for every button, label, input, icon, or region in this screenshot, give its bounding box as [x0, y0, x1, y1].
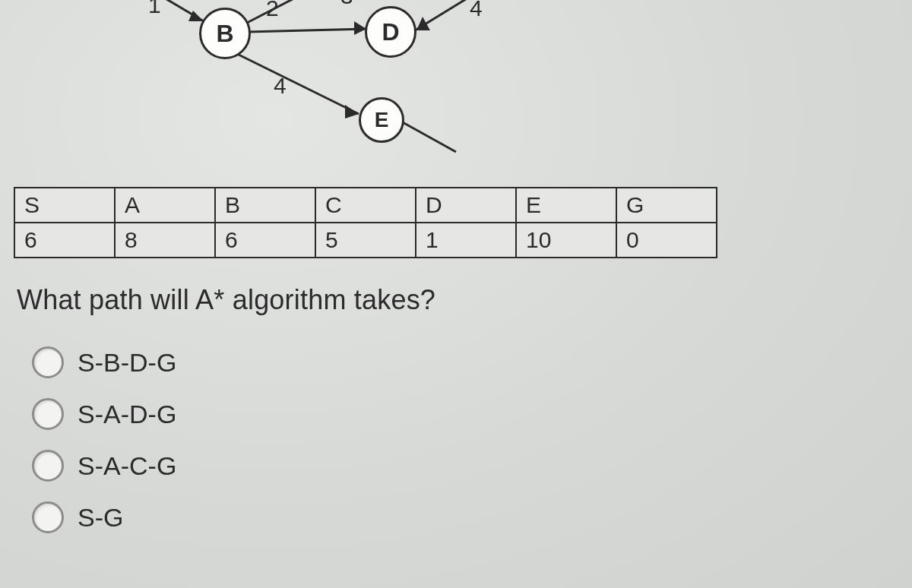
val-c: 5: [315, 223, 416, 258]
option-3[interactable]: S-A-C-G: [32, 450, 176, 482]
th-e: E: [516, 188, 616, 223]
question-page: B D E 1 2 3 4 4 S A B C D E G 6 8 6 5 1 …: [0, 0, 912, 588]
option-label: S-B-D-G: [78, 348, 176, 378]
val-g: 0: [616, 223, 717, 258]
option-4[interactable]: S-G: [32, 501, 176, 533]
th-b: B: [215, 188, 315, 223]
svg-line-7: [236, 53, 359, 114]
option-1[interactable]: S-B-D-G: [32, 346, 176, 378]
option-label: S-A-C-G: [78, 451, 176, 481]
edge-weight: 1: [148, 0, 161, 18]
radio-icon[interactable]: [32, 398, 64, 430]
svg-marker-4: [354, 21, 366, 35]
radio-icon[interactable]: [32, 346, 64, 378]
th-a: A: [115, 188, 215, 223]
graph-diagram: B D E 1 2 3 4 4: [0, 0, 912, 160]
th-d: D: [416, 188, 516, 223]
edge-weight: 3: [340, 0, 353, 9]
val-a: 8: [115, 223, 215, 258]
options-list: S-B-D-G S-A-D-G S-A-C-G S-G: [32, 346, 176, 553]
svg-line-5: [415, 0, 502, 30]
node-b: B: [199, 8, 251, 59]
th-c: C: [315, 188, 416, 223]
table-row: S A B C D E G: [14, 188, 717, 223]
edge-weight: 4: [470, 0, 483, 21]
th-s: S: [14, 188, 115, 223]
option-label: S-G: [78, 503, 123, 533]
radio-icon[interactable]: [32, 450, 64, 482]
option-2[interactable]: S-A-D-G: [32, 398, 176, 430]
node-e: E: [359, 97, 404, 143]
question-text: What path will A* algorithm takes?: [17, 284, 435, 316]
svg-line-3: [247, 29, 366, 32]
svg-marker-6: [416, 17, 430, 30]
svg-marker-1: [188, 11, 204, 21]
svg-line-2: [247, 0, 350, 23]
val-e: 10: [516, 223, 616, 258]
svg-line-9: [401, 122, 456, 152]
option-label: S-A-D-G: [78, 400, 176, 429]
th-g: G: [616, 188, 717, 223]
node-d: D: [365, 6, 416, 58]
table-row: 6 8 6 5 1 10 0: [14, 223, 717, 258]
svg-line-0: [91, 0, 204, 21]
svg-marker-8: [345, 105, 359, 119]
radio-icon[interactable]: [32, 501, 64, 533]
val-b: 6: [215, 223, 315, 258]
val-d: 1: [416, 223, 516, 258]
val-s: 6: [14, 223, 115, 258]
edge-weight: 4: [274, 73, 287, 99]
edge-weight: 2: [266, 0, 279, 21]
heuristic-table: S A B C D E G 6 8 6 5 1 10 0: [14, 187, 717, 258]
